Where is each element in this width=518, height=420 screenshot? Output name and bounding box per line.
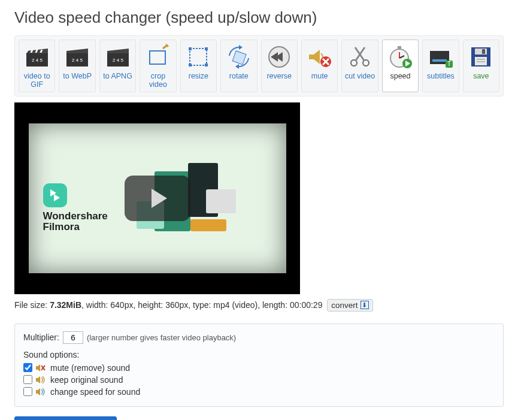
- stopwatch-icon: [387, 44, 414, 70]
- checkbox-change[interactable]: [23, 387, 32, 396]
- crop-icon: [145, 44, 171, 70]
- file-info: File size: 7.32MiB, width: 640px, height…: [14, 299, 504, 312]
- svg-rect-18: [189, 64, 192, 67]
- tool-label: subtitles: [427, 72, 455, 80]
- save-icon: [468, 44, 494, 70]
- tool-mute[interactable]: mute: [301, 40, 338, 92]
- speaker-muted-icon: [36, 364, 47, 372]
- svg-point-28: [351, 60, 357, 66]
- video-brand: Wondershare Filmora: [43, 183, 108, 232]
- file-size: 7.32MiB: [50, 300, 81, 310]
- tool-to-webp[interactable]: 2 4 5 to WebP: [59, 40, 95, 92]
- svg-marker-26: [309, 50, 320, 64]
- tool-label: cut video: [345, 72, 375, 80]
- svg-text:2 4 5: 2 4 5: [32, 58, 43, 63]
- convert-button[interactable]: convert ⬇: [327, 299, 372, 312]
- checkbox-keep[interactable]: [23, 375, 32, 384]
- tool-label: resize: [189, 72, 208, 80]
- svg-rect-40: [482, 49, 485, 54]
- change-speed-button[interactable]: Change video speed!: [14, 416, 117, 420]
- tool-label: crop video: [141, 72, 174, 89]
- scissors-icon: [347, 44, 373, 70]
- tool-resize[interactable]: resize: [180, 40, 217, 92]
- download-icon: ⬇: [361, 301, 369, 309]
- rotate-icon: [226, 44, 252, 70]
- options-panel: Multiplier: (larger number gives faster …: [14, 324, 504, 407]
- sound-options-header: Sound options:: [23, 350, 495, 359]
- svg-text:2 4 5: 2 4 5: [113, 58, 123, 63]
- tool-label: mute: [311, 72, 328, 80]
- svg-marker-44: [36, 364, 40, 371]
- resize-icon: [185, 44, 211, 70]
- svg-rect-41: [475, 57, 487, 65]
- svg-text:2 4 5: 2 4 5: [72, 58, 83, 63]
- svg-marker-8: [66, 49, 88, 53]
- speaker-icon: [36, 376, 47, 384]
- svg-rect-16: [189, 47, 192, 50]
- tool-video-to-gif[interactable]: 2 4 5 video to GIF: [19, 40, 55, 92]
- svg-rect-17: [205, 47, 208, 50]
- tool-label: video to GIF: [20, 72, 53, 89]
- video-preview[interactable]: Wondershare Filmora: [14, 102, 300, 294]
- tool-speed[interactable]: speed: [382, 40, 419, 92]
- option-label: mute (remove) sound: [50, 363, 130, 373]
- multiplier-input[interactable]: [63, 331, 83, 344]
- tool-label: speed: [390, 72, 410, 80]
- option-mute-sound[interactable]: mute (remove) sound: [23, 363, 495, 373]
- mute-icon: [307, 44, 333, 70]
- svg-text:T: T: [447, 61, 451, 67]
- clapper-icon: 2 4 5: [105, 44, 131, 70]
- svg-marker-48: [36, 388, 40, 395]
- svg-marker-22: [235, 64, 239, 69]
- tool-subtitles[interactable]: T subtitles: [422, 40, 459, 92]
- tool-rotate[interactable]: rotate: [220, 40, 257, 92]
- tool-label: to WebP: [63, 72, 92, 80]
- speaker-fast-icon: [36, 388, 47, 396]
- toolbar: 2 4 5 video to GIF 2 4 5 to WebP 2 4 5 t…: [14, 35, 504, 96]
- svg-point-29: [363, 60, 369, 66]
- svg-marker-11: [107, 49, 129, 53]
- svg-rect-13: [150, 51, 165, 64]
- filmora-logo-icon: [43, 183, 67, 207]
- page-title: Video speed changer (speed up/slow down): [14, 8, 504, 27]
- checkbox-mute[interactable]: [23, 363, 32, 372]
- option-label: change speed for sound: [50, 387, 140, 397]
- subtitles-icon: T: [428, 44, 454, 70]
- svg-marker-21: [239, 45, 243, 50]
- multiplier-hint: (larger number gives faster video playba…: [87, 333, 236, 342]
- tool-reverse[interactable]: reverse: [261, 40, 298, 92]
- tool-label: to APNG: [103, 72, 132, 80]
- tool-label: save: [473, 72, 489, 80]
- video-brand-text: Wondershare Filmora: [43, 211, 108, 232]
- option-keep-sound[interactable]: keep original sound: [23, 375, 495, 385]
- svg-rect-35: [432, 59, 447, 62]
- tool-crop-video[interactable]: crop video: [140, 40, 176, 92]
- clapper-icon: 2 4 5: [64, 44, 90, 70]
- svg-rect-15: [190, 49, 207, 65]
- tool-to-apng[interactable]: 2 4 5 to APNG: [99, 40, 136, 92]
- clapper-icon: 2 4 5: [24, 44, 50, 70]
- reverse-icon: [266, 44, 292, 70]
- multiplier-label: Multiplier:: [23, 333, 59, 342]
- play-button-icon[interactable]: [125, 176, 190, 221]
- option-label: keep original sound: [50, 375, 123, 385]
- svg-marker-47: [36, 376, 40, 383]
- tool-cut-video[interactable]: cut video: [341, 40, 378, 92]
- svg-rect-19: [205, 64, 208, 67]
- svg-rect-20: [232, 51, 246, 65]
- tool-save[interactable]: save: [463, 40, 499, 92]
- tool-label: reverse: [266, 72, 292, 80]
- svg-rect-31: [398, 46, 401, 49]
- option-change-sound-speed[interactable]: change speed for sound: [23, 387, 495, 397]
- tool-label: rotate: [229, 72, 249, 80]
